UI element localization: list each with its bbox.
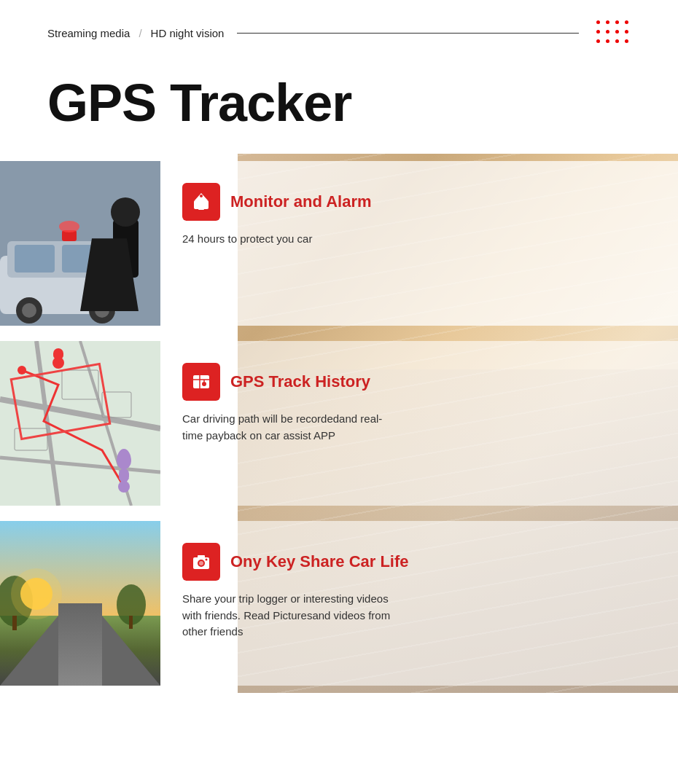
svg-line-41 xyxy=(69,643,75,663)
share-car-title: Ony Key Share Car Life xyxy=(230,552,409,571)
svg-point-35 xyxy=(202,382,206,386)
share-car-desc: Share your trip logger or interesting vi… xyxy=(182,591,401,640)
gps-track-title: GPS Track History xyxy=(230,372,370,391)
map-icon xyxy=(191,372,211,392)
burglar-scene-svg xyxy=(0,161,160,326)
header-slash: / xyxy=(139,27,141,39)
svg-point-7 xyxy=(89,297,115,324)
svg-point-6 xyxy=(22,303,36,318)
share-icon-box xyxy=(182,543,220,581)
hd-night-vision-label: HD night vision xyxy=(151,27,225,39)
monitor-alarm-title: Monitor and Alarm xyxy=(230,192,372,211)
svg-point-12 xyxy=(59,221,79,232)
alarm-icon xyxy=(191,192,211,212)
gps-icon-box xyxy=(182,363,220,401)
svg-rect-16 xyxy=(198,208,204,210)
dots-decoration xyxy=(596,20,631,45)
road-scene-svg xyxy=(0,521,160,686)
feature-row-share: Ony Key Share Car Life Share your trip l… xyxy=(0,521,678,686)
features-overlay: Monitor and Alarm 24 hours to protect yo… xyxy=(0,154,678,693)
streaming-media-label: Streaming media xyxy=(47,27,130,39)
header-divider-line xyxy=(237,33,579,34)
page-title: GPS Tracker xyxy=(47,74,631,132)
main-content-area: Monitor and Alarm 24 hours to protect yo… xyxy=(0,154,678,693)
svg-rect-3 xyxy=(15,245,55,273)
svg-point-10 xyxy=(111,197,140,227)
title-section: GPS Tracker xyxy=(0,45,678,154)
svg-rect-9 xyxy=(113,219,139,278)
feature-icon-row-monitor: Monitor and Alarm xyxy=(182,183,656,221)
monitor-alarm-desc: 24 hours to protect you car xyxy=(182,231,401,248)
svg-point-47 xyxy=(11,568,62,619)
feature-info-gps: GPS Track History Car driving path will … xyxy=(160,341,678,506)
map-scene-svg xyxy=(0,341,160,506)
svg-point-8 xyxy=(95,303,109,318)
feature-row-gps: GPS Track History Car driving path will … xyxy=(0,341,678,506)
svg-rect-32 xyxy=(193,375,209,388)
monitor-icon-box xyxy=(182,183,220,221)
svg-point-52 xyxy=(206,559,208,561)
gps-track-desc: Car driving path will be recordedand rea… xyxy=(182,411,401,444)
feature-icon-row-gps: GPS Track History xyxy=(182,363,656,401)
camera-icon xyxy=(191,552,211,572)
svg-rect-29 xyxy=(62,370,98,399)
feature-info-share: Ony Key Share Car Life Share your trip l… xyxy=(160,521,678,686)
feature-thumb-map xyxy=(0,341,160,506)
svg-point-15 xyxy=(200,195,203,197)
feature-thumb-road xyxy=(0,521,160,686)
svg-point-22 xyxy=(17,366,26,375)
feature-thumb-burglar xyxy=(0,161,160,326)
svg-rect-4 xyxy=(62,245,95,273)
header: Streaming media / HD night vision xyxy=(0,0,678,45)
feature-info-monitor: Monitor and Alarm 24 hours to protect yo… xyxy=(160,161,678,326)
svg-rect-51 xyxy=(198,555,205,559)
feature-row-monitor: Monitor and Alarm 24 hours to protect yo… xyxy=(0,161,678,326)
svg-rect-45 xyxy=(129,616,133,629)
svg-point-50 xyxy=(199,561,203,565)
svg-rect-43 xyxy=(12,616,17,630)
svg-line-40 xyxy=(77,623,80,638)
feature-icon-row-share: Ony Key Share Car Life xyxy=(182,543,656,581)
